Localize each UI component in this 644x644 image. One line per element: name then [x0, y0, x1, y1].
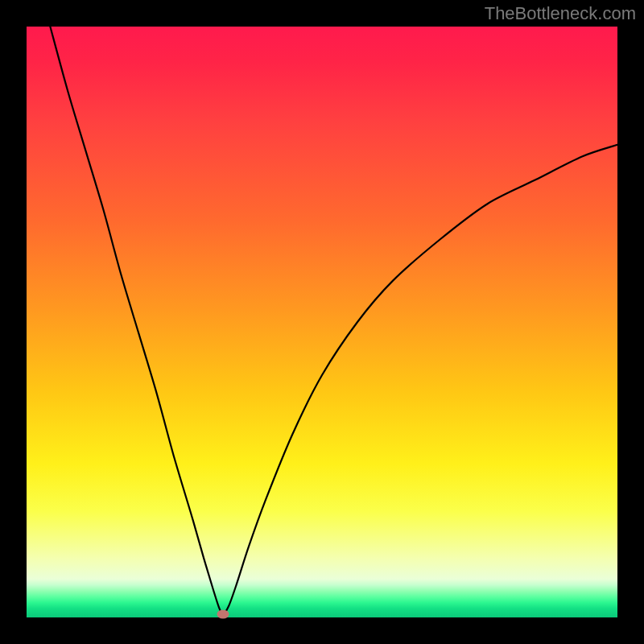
minimum-marker-icon	[217, 609, 229, 618]
plot-area	[27, 27, 617, 617]
bottleneck-curve	[27, 27, 617, 617]
chart-stage: TheBottleneck.com	[0, 0, 644, 644]
watermark-text: TheBottleneck.com	[485, 3, 636, 24]
